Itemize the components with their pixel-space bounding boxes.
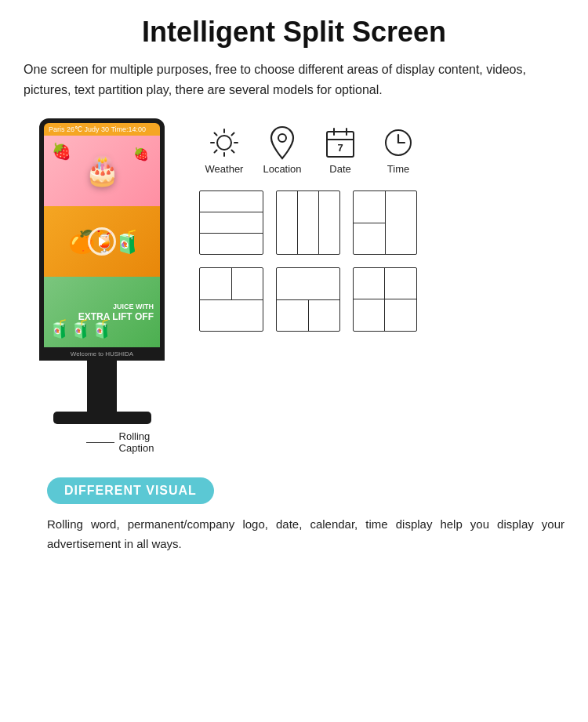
weather-label: Weather (205, 163, 244, 175)
bottom-section: DIFFERENT VISUAL Rolling word, permanent… (24, 477, 564, 554)
rolling-caption-label: Rolling Caption (119, 430, 180, 454)
svg-text:7: 7 (337, 142, 343, 154)
svg-line-8 (232, 133, 234, 136)
time-icon (382, 126, 415, 159)
time-label: Time (387, 163, 409, 175)
layout-grid-1[interactable] (199, 190, 263, 255)
location-label: Location (263, 163, 301, 175)
bottom-description: Rolling word, permanent/company logo, da… (47, 515, 564, 554)
feature-icons-row: Weather Location (196, 118, 564, 175)
feature-panel: Weather Location (180, 118, 564, 332)
time-feature: Time (370, 126, 426, 175)
svg-line-6 (215, 133, 217, 136)
weather-icon (208, 126, 241, 159)
page-title: Intelligent Split Screen (24, 16, 564, 49)
layout-grid-5[interactable] (276, 267, 340, 332)
slide-cake: 🎂 🍓 🍓 (44, 136, 160, 206)
date-label: Date (329, 163, 350, 175)
play-button[interactable] (88, 227, 116, 256)
svg-point-1 (217, 136, 231, 150)
kiosk-display: Paris 26℃ Judy 30 Time:14:00 🎂 🍓 🍓 (24, 118, 180, 454)
layout-grid-6[interactable] (353, 267, 417, 332)
kiosk-info-bar: Paris 26℃ Judy 30 Time:14:00 (44, 123, 160, 136)
kiosk-caption-bar: Welcome to HUSHIDA (44, 347, 160, 361)
layout-grid-2[interactable] (276, 190, 340, 255)
location-icon (266, 126, 299, 159)
date-feature: 7 Date (312, 126, 368, 175)
date-icon: 7 (324, 126, 357, 159)
weather-feature: Weather (196, 126, 252, 175)
slide-juice-ad: 🧃🧃🧃 JUICE WITH EXTRA LIFT OFF (44, 277, 160, 347)
slide-juice: 🍊🍹🧃 (44, 206, 160, 277)
layout-grid-4[interactable] (199, 267, 263, 332)
rolling-caption-line (86, 442, 114, 443)
svg-point-10 (278, 134, 286, 142)
svg-line-9 (215, 151, 217, 153)
layout-grid-3[interactable] (353, 190, 417, 255)
location-feature: Location (254, 126, 310, 175)
different-visual-badge: DIFFERENT VISUAL (47, 477, 564, 515)
svg-line-7 (232, 151, 234, 153)
svg-marker-0 (99, 237, 106, 246)
page-description: One screen for multiple purposes, free t… (24, 60, 564, 100)
layout-grids (199, 190, 564, 332)
